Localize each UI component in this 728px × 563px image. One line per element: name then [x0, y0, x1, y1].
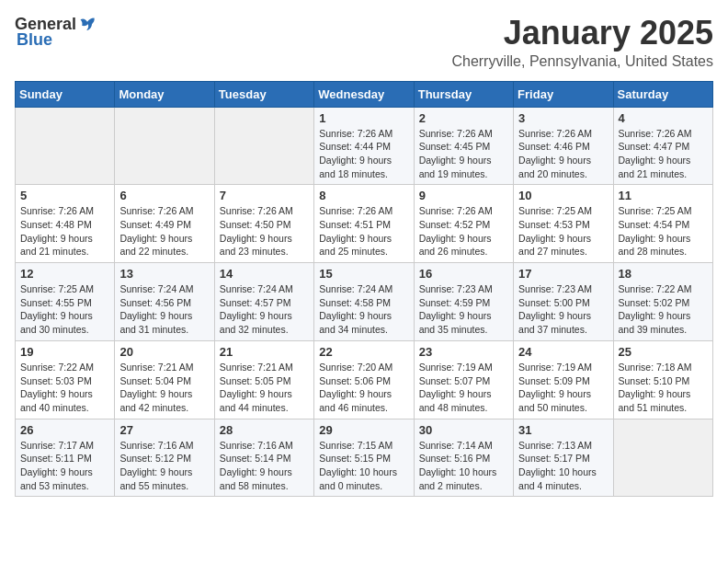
calendar-cell: 28Sunrise: 7:16 AM Sunset: 5:14 PM Dayli… [214, 419, 313, 497]
day-number: 19 [20, 345, 109, 359]
day-info: Sunrise: 7:19 AM Sunset: 5:07 PM Dayligh… [419, 361, 508, 415]
calendar-cell: 8Sunrise: 7:26 AM Sunset: 4:51 PM Daylig… [314, 185, 414, 263]
weekday-header-wednesday: Wednesday [314, 81, 414, 107]
day-info: Sunrise: 7:13 AM Sunset: 5:17 PM Dayligh… [518, 439, 608, 493]
day-number: 6 [119, 189, 209, 202]
calendar-cell: 29Sunrise: 7:15 AM Sunset: 5:15 PM Dayli… [314, 419, 414, 497]
logo: General Blue [15, 15, 97, 50]
calendar-cell: 5Sunrise: 7:26 AM Sunset: 4:48 PM Daylig… [16, 185, 115, 263]
calendar-week-1: 1Sunrise: 7:26 AM Sunset: 4:44 PM Daylig… [16, 107, 713, 185]
calendar-cell: 15Sunrise: 7:24 AM Sunset: 4:58 PM Dayli… [314, 263, 414, 341]
logo-bird-icon [78, 16, 97, 34]
calendar-week-5: 26Sunrise: 7:17 AM Sunset: 5:11 PM Dayli… [16, 419, 713, 497]
day-info: Sunrise: 7:22 AM Sunset: 5:02 PM Dayligh… [619, 282, 708, 337]
day-number: 16 [419, 267, 508, 281]
logo-blue-text: Blue [17, 30, 52, 50]
calendar-cell [115, 107, 214, 185]
calendar-cell: 7Sunrise: 7:26 AM Sunset: 4:50 PM Daylig… [214, 185, 313, 263]
calendar-cell: 13Sunrise: 7:24 AM Sunset: 4:56 PM Dayli… [115, 263, 214, 341]
weekday-header-thursday: Thursday [414, 81, 513, 107]
calendar-cell: 30Sunrise: 7:14 AM Sunset: 5:16 PM Dayli… [414, 419, 513, 497]
day-number: 24 [518, 345, 608, 359]
day-number: 28 [220, 423, 309, 437]
day-info: Sunrise: 7:23 AM Sunset: 5:00 PM Dayligh… [518, 282, 608, 337]
day-info: Sunrise: 7:22 AM Sunset: 5:03 PM Dayligh… [20, 361, 109, 415]
calendar-cell: 4Sunrise: 7:26 AM Sunset: 4:47 PM Daylig… [613, 107, 712, 185]
day-info: Sunrise: 7:21 AM Sunset: 5:04 PM Dayligh… [119, 361, 209, 415]
day-number: 9 [419, 189, 508, 202]
day-info: Sunrise: 7:25 AM Sunset: 4:54 PM Dayligh… [619, 204, 708, 259]
day-number: 31 [518, 423, 608, 437]
day-number: 10 [518, 189, 608, 202]
day-number: 23 [419, 345, 508, 359]
day-info: Sunrise: 7:19 AM Sunset: 5:09 PM Dayligh… [518, 361, 608, 415]
day-info: Sunrise: 7:16 AM Sunset: 5:14 PM Dayligh… [220, 439, 309, 493]
calendar-cell: 31Sunrise: 7:13 AM Sunset: 5:17 PM Dayli… [514, 419, 613, 497]
weekday-header-friday: Friday [514, 81, 613, 107]
day-number: 12 [20, 267, 109, 281]
day-info: Sunrise: 7:26 AM Sunset: 4:45 PM Dayligh… [419, 127, 508, 181]
day-info: Sunrise: 7:26 AM Sunset: 4:47 PM Dayligh… [619, 127, 708, 181]
calendar-cell: 23Sunrise: 7:19 AM Sunset: 5:07 PM Dayli… [414, 340, 513, 419]
day-number: 2 [419, 111, 508, 125]
page-header: General Blue January 2025 Cherryville, P… [15, 15, 713, 70]
day-number: 8 [319, 189, 408, 202]
day-number: 22 [319, 345, 408, 359]
calendar-cell: 21Sunrise: 7:21 AM Sunset: 5:05 PM Dayli… [214, 340, 313, 419]
calendar-week-4: 19Sunrise: 7:22 AM Sunset: 5:03 PM Dayli… [16, 340, 713, 419]
calendar-cell: 14Sunrise: 7:24 AM Sunset: 4:57 PM Dayli… [214, 263, 313, 341]
calendar-cell: 25Sunrise: 7:18 AM Sunset: 5:10 PM Dayli… [613, 340, 712, 419]
day-number: 27 [119, 423, 209, 437]
day-info: Sunrise: 7:18 AM Sunset: 5:10 PM Dayligh… [619, 361, 708, 415]
day-info: Sunrise: 7:24 AM Sunset: 4:58 PM Dayligh… [319, 282, 408, 337]
weekday-header-monday: Monday [115, 81, 214, 107]
calendar-cell: 1Sunrise: 7:26 AM Sunset: 4:44 PM Daylig… [314, 107, 414, 185]
day-info: Sunrise: 7:26 AM Sunset: 4:52 PM Dayligh… [419, 204, 508, 259]
calendar-cell: 11Sunrise: 7:25 AM Sunset: 4:54 PM Dayli… [613, 185, 712, 263]
calendar-week-3: 12Sunrise: 7:25 AM Sunset: 4:55 PM Dayli… [16, 263, 713, 341]
day-info: Sunrise: 7:26 AM Sunset: 4:49 PM Dayligh… [119, 204, 209, 259]
weekday-header-saturday: Saturday [613, 81, 712, 107]
calendar-cell [214, 107, 313, 185]
day-number: 4 [619, 111, 708, 125]
day-info: Sunrise: 7:24 AM Sunset: 4:56 PM Dayligh… [119, 282, 209, 337]
month-title: January 2025 [451, 15, 713, 52]
day-info: Sunrise: 7:26 AM Sunset: 4:46 PM Dayligh… [518, 127, 608, 181]
day-info: Sunrise: 7:26 AM Sunset: 4:44 PM Dayligh… [319, 127, 408, 181]
calendar-cell: 27Sunrise: 7:16 AM Sunset: 5:12 PM Dayli… [115, 419, 214, 497]
calendar-cell [613, 419, 712, 497]
weekday-header-tuesday: Tuesday [214, 81, 313, 107]
day-info: Sunrise: 7:24 AM Sunset: 4:57 PM Dayligh… [220, 282, 309, 337]
calendar-cell [16, 107, 115, 185]
calendar-cell: 17Sunrise: 7:23 AM Sunset: 5:00 PM Dayli… [514, 263, 613, 341]
day-info: Sunrise: 7:25 AM Sunset: 4:55 PM Dayligh… [20, 282, 109, 337]
calendar-table: SundayMondayTuesdayWednesdayThursdayFrid… [15, 81, 713, 498]
day-number: 7 [220, 189, 309, 202]
day-info: Sunrise: 7:15 AM Sunset: 5:15 PM Dayligh… [319, 439, 408, 493]
calendar-cell: 26Sunrise: 7:17 AM Sunset: 5:11 PM Dayli… [16, 419, 115, 497]
calendar-cell: 22Sunrise: 7:20 AM Sunset: 5:06 PM Dayli… [314, 340, 414, 419]
day-number: 26 [20, 423, 109, 437]
calendar-week-2: 5Sunrise: 7:26 AM Sunset: 4:48 PM Daylig… [16, 185, 713, 263]
day-info: Sunrise: 7:25 AM Sunset: 4:53 PM Dayligh… [518, 204, 608, 259]
day-number: 15 [319, 267, 408, 281]
day-info: Sunrise: 7:21 AM Sunset: 5:05 PM Dayligh… [220, 361, 309, 415]
day-info: Sunrise: 7:26 AM Sunset: 4:50 PM Dayligh… [220, 204, 309, 259]
day-number: 14 [220, 267, 309, 281]
calendar-cell: 2Sunrise: 7:26 AM Sunset: 4:45 PM Daylig… [414, 107, 513, 185]
calendar-cell: 6Sunrise: 7:26 AM Sunset: 4:49 PM Daylig… [115, 185, 214, 263]
day-number: 17 [518, 267, 608, 281]
day-number: 30 [419, 423, 508, 437]
calendar-cell: 18Sunrise: 7:22 AM Sunset: 5:02 PM Dayli… [613, 263, 712, 341]
title-block: January 2025 Cherryville, Pennsylvania, … [451, 15, 713, 70]
calendar-cell: 10Sunrise: 7:25 AM Sunset: 4:53 PM Dayli… [514, 185, 613, 263]
calendar-cell: 16Sunrise: 7:23 AM Sunset: 4:59 PM Dayli… [414, 263, 513, 341]
day-number: 3 [518, 111, 608, 125]
location-title: Cherryville, Pennsylvania, United States [451, 53, 713, 70]
day-number: 13 [119, 267, 209, 281]
day-number: 18 [619, 267, 708, 281]
calendar-cell: 24Sunrise: 7:19 AM Sunset: 5:09 PM Dayli… [514, 340, 613, 419]
day-number: 20 [119, 345, 209, 359]
day-info: Sunrise: 7:14 AM Sunset: 5:16 PM Dayligh… [419, 439, 508, 493]
day-info: Sunrise: 7:16 AM Sunset: 5:12 PM Dayligh… [119, 439, 209, 493]
